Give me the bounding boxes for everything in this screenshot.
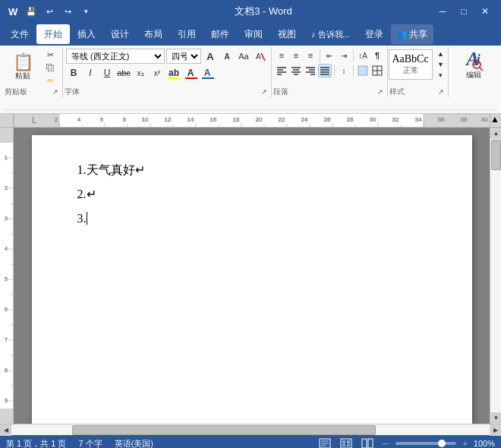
scroll-right-btn[interactable]: ▶	[490, 424, 501, 436]
shading-button[interactable]	[356, 64, 370, 77]
close-btn[interactable]: ✕	[475, 4, 495, 19]
ruler-scroll-up[interactable]: ▲	[490, 114, 501, 128]
scroll-track-v[interactable]	[490, 139, 501, 412]
customize-quick-btn[interactable]: ▾	[77, 3, 94, 20]
document-content[interactable]: 1.天气真好↵ 2.↵ 3.	[77, 158, 427, 231]
horizontal-scrollbar[interactable]: ◀ ▶	[0, 424, 501, 435]
italic-button[interactable]: I	[83, 65, 98, 80]
svg-text:30: 30	[370, 116, 377, 123]
menu-references[interactable]: 引用	[170, 24, 203, 44]
bullets-button[interactable]: ≡	[275, 49, 288, 62]
svg-text:1: 1	[5, 155, 8, 160]
menu-home[interactable]: 开始	[36, 24, 70, 44]
grow-font-button[interactable]: A	[203, 49, 218, 64]
scroll-thumb-h[interactable]	[72, 425, 376, 435]
shrink-font-button[interactable]: A	[219, 49, 235, 64]
document-scroll-area[interactable]: 1.天气真好↵ 2.↵ 3.	[14, 128, 490, 424]
menu-login[interactable]: 登录	[358, 24, 391, 44]
change-case-button[interactable]: Aa	[236, 49, 251, 64]
align-center-button[interactable]	[289, 64, 303, 77]
menu-layout[interactable]: 布局	[137, 24, 170, 44]
clear-format-button[interactable]: A	[253, 49, 268, 64]
doc-line-3[interactable]: 3.	[77, 207, 427, 231]
sort-button[interactable]: ↕A	[356, 49, 370, 62]
underline-button[interactable]: U	[99, 65, 115, 80]
menu-view[interactable]: 视图	[270, 24, 304, 44]
web-view-btn[interactable]	[339, 437, 354, 448]
decrease-indent-button[interactable]: ⇤	[323, 49, 336, 62]
style-expand[interactable]: ▾	[434, 71, 448, 80]
undo-quick-btn[interactable]: ↩	[41, 3, 58, 20]
zoom-slider[interactable]	[395, 442, 456, 445]
svg-rect-108	[368, 439, 373, 448]
read-view-btn[interactable]	[360, 437, 375, 448]
doc-line-2[interactable]: 2.↵	[77, 182, 427, 207]
vertical-scrollbar[interactable]: ▲ ▼	[490, 128, 501, 424]
doc-line-1[interactable]: 1.天气真好↵	[77, 158, 427, 182]
text-highlight-button[interactable]: ab	[166, 65, 181, 80]
menu-insert[interactable]: 插入	[70, 24, 103, 44]
show-marks-button[interactable]: ¶	[370, 49, 384, 62]
increase-indent-button[interactable]: ⇥	[337, 49, 351, 62]
editing-button[interactable]: A i 编辑	[452, 49, 495, 80]
style-normal-box[interactable]: AaBbCc 正常	[389, 49, 433, 80]
word-count-text: 7 个字	[78, 438, 102, 449]
superscript-button[interactable]: x²	[150, 65, 165, 80]
status-bar: 第 1 页，共 1 页 7 个字 英语(美国) ─ + 100%	[0, 435, 501, 448]
line-spacing-button[interactable]: ↕	[337, 64, 351, 77]
ruler-corner[interactable]	[0, 114, 14, 128]
menu-mailings[interactable]: 邮件	[203, 24, 237, 44]
svg-point-24	[473, 61, 481, 68]
svg-text:26: 26	[324, 116, 331, 123]
borders-button[interactable]	[370, 64, 384, 77]
format-paint-button[interactable]: ✏	[41, 74, 59, 87]
menu-design[interactable]: 设计	[103, 24, 137, 44]
font-expand-btn[interactable]: ↗	[259, 87, 269, 97]
cut-button[interactable]: ✂	[41, 49, 59, 61]
minimize-btn[interactable]: ─	[433, 4, 452, 19]
scroll-track-h[interactable]	[11, 424, 490, 435]
save-quick-btn[interactable]: 💾	[23, 3, 39, 20]
svg-text:40: 40	[481, 116, 488, 123]
scroll-left-btn[interactable]: ◀	[0, 424, 11, 436]
svg-text:2: 2	[5, 185, 8, 191]
numbering-button[interactable]: ≡	[289, 49, 303, 62]
style-scroll-down[interactable]: ▼	[434, 60, 448, 69]
svg-text:22: 22	[279, 116, 285, 123]
align-right-button[interactable]	[304, 64, 317, 77]
menu-review[interactable]: 审阅	[237, 24, 270, 44]
word-count-status: 7 个字	[78, 438, 102, 449]
bold-button[interactable]: B	[66, 65, 81, 80]
font-color2-button[interactable]: A	[200, 65, 215, 80]
font-size-select[interactable]: 四号	[166, 49, 201, 64]
scroll-down-btn[interactable]: ▼	[490, 412, 501, 424]
justify-button[interactable]	[318, 64, 332, 77]
styles-expand-btn[interactable]: ↗	[436, 87, 446, 97]
multilevel-button[interactable]: ≡	[304, 49, 317, 62]
font-color-button[interactable]: A	[183, 65, 198, 80]
menu-share[interactable]: 👥 共享	[391, 24, 433, 44]
zoom-thumb[interactable]	[438, 440, 446, 447]
font-family-select[interactable]: 等线 (西文正文)	[66, 49, 165, 64]
clipboard-expand-btn[interactable]: ↗	[50, 87, 61, 97]
svg-text:28: 28	[347, 116, 354, 123]
scroll-thumb-v[interactable]	[491, 140, 501, 170]
document-area: 1 2 3 4 5 6 7 8 9 1.天气真好↵ 2.↵ 3. ▲	[0, 128, 501, 424]
scroll-up-btn[interactable]: ▲	[490, 128, 501, 139]
copy-button[interactable]: ⿻	[41, 62, 59, 74]
svg-rect-103	[342, 440, 345, 443]
paste-button[interactable]: 📋 粘贴	[6, 49, 39, 87]
svg-text:32: 32	[392, 116, 399, 123]
print-view-btn[interactable]	[317, 437, 332, 448]
align-left-button[interactable]	[275, 64, 288, 77]
document-page: 1.天气真好↵ 2.↵ 3.	[32, 135, 472, 424]
restore-btn[interactable]: □	[454, 4, 474, 19]
menu-tellme[interactable]: ♪ 告诉我...	[304, 24, 358, 44]
svg-rect-71	[0, 409, 14, 424]
subscript-button[interactable]: x₂	[133, 65, 148, 80]
strikethrough-button[interactable]: abc	[116, 65, 131, 80]
redo-quick-btn[interactable]: ↪	[59, 3, 76, 20]
menu-file[interactable]: 文件	[3, 24, 36, 44]
paragraph-expand-btn[interactable]: ↗	[375, 87, 386, 97]
style-scroll-up[interactable]: ▲	[434, 49, 448, 58]
